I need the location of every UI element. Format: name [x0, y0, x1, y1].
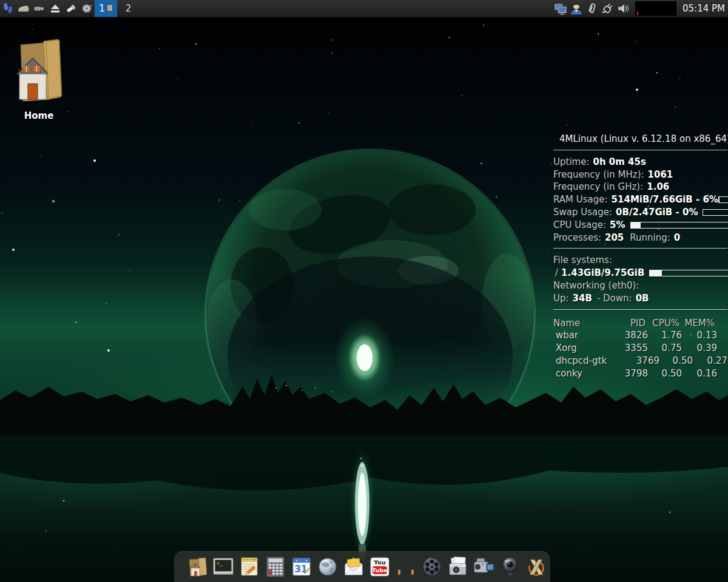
ram-bar	[718, 196, 728, 203]
conky-freq-ghz-row: Frequency (in GHz): 1.06	[553, 181, 727, 193]
conky-monitor: 4MLinux (Linux v. 6.12.18 on x86_64) Upt…	[553, 133, 727, 380]
eject-icon[interactable]	[47, 0, 63, 17]
dock-icon-x-window-system[interactable]	[523, 553, 549, 581]
cpu-history-graph	[635, 1, 676, 16]
fs-bar	[649, 270, 728, 276]
volume-icon[interactable]	[616, 0, 632, 17]
conky-title: 4MLinux (Linux v. 6.12.18 on x86_64)	[553, 133, 727, 146]
conky-divider	[553, 309, 727, 310]
conky-uptime-row: Uptime: 0h 0m 45s	[553, 156, 727, 169]
panel-clock: 05:14 PM	[682, 3, 725, 14]
svg-text:31: 31	[294, 564, 307, 575]
dock-icon-image-viewer[interactable]	[445, 553, 471, 581]
swap-bar	[703, 209, 728, 216]
window-indicator	[107, 4, 113, 12]
dock-icon-camcorder[interactable]	[471, 553, 497, 581]
conky-divider	[553, 248, 727, 249]
conky-ram-row: RAM Usage: 514MiB/7.66GiB - 6%	[553, 193, 727, 206]
svg-text:>_: >_	[217, 561, 223, 566]
dock-icon-webcam[interactable]	[497, 553, 523, 581]
desktop-icon-label: Home	[24, 110, 54, 121]
process-table-header: Name PID CPU% MEM%	[553, 317, 727, 330]
conky-fs-row: / 1.43GiB/9.75GiB	[553, 267, 727, 279]
cpu-bar	[630, 222, 728, 229]
conky-divider	[553, 150, 727, 150]
process-row: dhcpcd-gtk 3769 0.50 0.27	[553, 355, 727, 367]
home-folder-graphic	[12, 36, 66, 108]
conky-processes-row: Processes: 205 Running: 0	[553, 232, 727, 244]
displays-icon[interactable]	[553, 0, 568, 17]
dock: >_	[174, 551, 550, 582]
speaker-left-icon[interactable]	[79, 0, 95, 17]
dock-icon-audio-player[interactable]	[393, 553, 419, 581]
dock-icon-youtube[interactable]: You Tube	[366, 553, 393, 581]
conky-net-header: Networking (eth0):	[553, 279, 727, 292]
dock-icon-movie-player[interactable]	[419, 553, 445, 581]
power-plug-icon[interactable]	[600, 0, 616, 17]
desktop-icon-home[interactable]: Home	[10, 36, 68, 121]
storage-drive-icon[interactable]	[16, 0, 32, 17]
left-tray	[0, 0, 95, 17]
process-row: conky 3798 0.50 0.16	[553, 367, 727, 380]
dock-icon-text-editor[interactable]	[236, 553, 262, 581]
conky-fs-header: File systems:	[553, 254, 727, 267]
workspace-1-label: 1	[99, 3, 105, 14]
right-tray: 05:14 PM	[553, 0, 728, 17]
dock-icon-home-folder[interactable]	[184, 553, 210, 581]
conky-freq-mhz-row: Frequency (in MHz): 1061	[553, 169, 727, 181]
conky-cpu-row: CPU Usage: 5%	[553, 219, 727, 232]
conky-updown-row: Up: 34B - Down: 0B	[553, 292, 727, 305]
svg-text:Tube: Tube	[372, 567, 387, 574]
sun-glow	[334, 316, 395, 399]
svg-text:You: You	[373, 559, 385, 566]
footprints-menu-icon[interactable]	[0, 0, 16, 17]
workspace-1[interactable]: 1	[95, 0, 117, 17]
desktop-screen: 1 2	[0, 0, 728, 582]
paperclip-icon[interactable]	[584, 0, 600, 17]
workspace-2-label: 2	[126, 3, 132, 14]
process-row: Xorg 3355 0.75 0.39	[553, 342, 727, 355]
top-panel: 1 2	[0, 0, 728, 18]
flashlight-icon[interactable]	[63, 0, 79, 17]
dock-icon-calculator[interactable]	[262, 553, 288, 581]
process-row: wbar 3826 1.76 0.13	[553, 329, 727, 342]
conky-swap-row: Swap Usage: 0B/2.47GiB - 0%	[553, 206, 727, 219]
user-icon[interactable]	[568, 0, 584, 17]
graph-tick	[637, 12, 638, 15]
dock-icon-calendar[interactable]: 31	[288, 553, 314, 581]
dock-icon-web-browser[interactable]	[314, 553, 340, 581]
usb-device-icon[interactable]	[32, 0, 47, 17]
dock-icon-terminal[interactable]: >_	[210, 553, 236, 581]
workspace-2[interactable]: 2	[117, 0, 140, 17]
dock-icon-email[interactable]	[340, 553, 366, 581]
